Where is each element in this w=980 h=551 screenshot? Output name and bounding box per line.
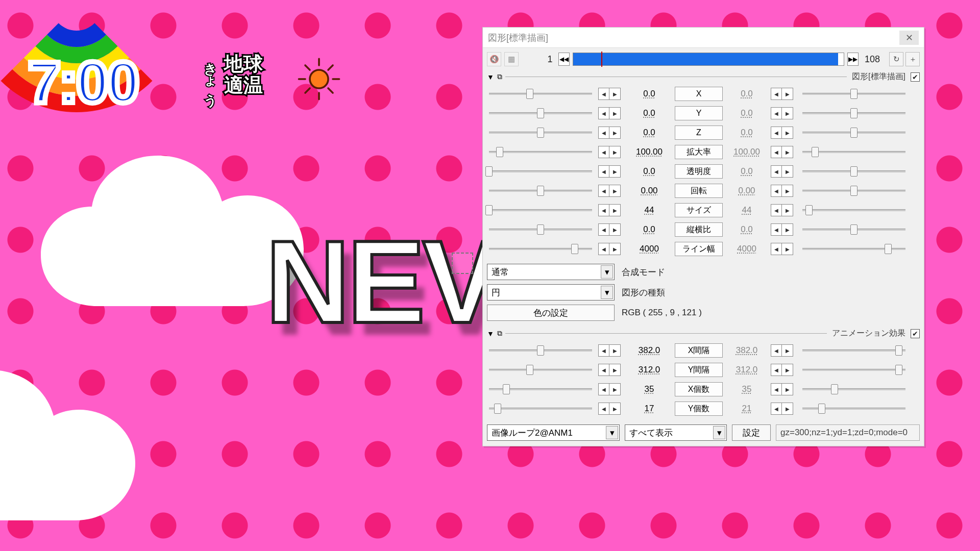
increment-button[interactable]: ▶ (609, 88, 621, 100)
shape-type-select[interactable]: 円 ▾ (487, 284, 615, 300)
nudge-arrows[interactable]: ◀ ▶ (771, 403, 796, 415)
section-header-shape[interactable]: ▼ ⧉ 図形[標準描画] ✔ (483, 70, 924, 83)
close-icon[interactable]: ✕ (899, 31, 919, 45)
param-left-value[interactable]: 100.00 (628, 147, 671, 157)
decrement-button[interactable]: ◀ (771, 383, 782, 395)
decrement-button[interactable]: ◀ (598, 107, 609, 119)
decrement-button[interactable]: ◀ (598, 165, 609, 178)
param-left-value[interactable]: 0.0 (628, 166, 671, 177)
param-left-value[interactable]: 0.0 (628, 108, 671, 118)
color-settings-button[interactable]: 色の設定 (487, 305, 615, 321)
value-slider[interactable] (800, 185, 908, 196)
value-slider[interactable] (487, 224, 594, 235)
decrement-button[interactable]: ◀ (771, 146, 782, 158)
increment-button[interactable]: ▶ (782, 243, 793, 255)
chevron-down-icon[interactable]: ▾ (601, 265, 613, 279)
param-name-button[interactable]: 縦横比 (675, 222, 723, 237)
param-right-value[interactable]: 44 (727, 205, 767, 215)
param-left-value[interactable]: 0.0 (628, 128, 671, 138)
decrement-button[interactable]: ◀ (598, 403, 609, 415)
decrement-button[interactable]: ◀ (771, 88, 782, 100)
value-slider[interactable] (487, 384, 594, 395)
increment-button[interactable]: ▶ (782, 403, 793, 415)
param-left-value[interactable]: 0.00 (628, 186, 671, 196)
nudge-arrows[interactable]: ◀ ▶ (598, 127, 624, 139)
increment-button[interactable]: ▶ (609, 165, 621, 178)
decrement-button[interactable]: ◀ (598, 146, 609, 158)
layer-icon[interactable]: ⧉ (497, 329, 502, 338)
param-left-value[interactable]: 312.0 (628, 365, 671, 375)
layer-icon[interactable]: ⧉ (497, 72, 502, 81)
nudge-arrows[interactable]: ◀ ▶ (771, 364, 796, 376)
param-name-button[interactable]: X (675, 87, 723, 101)
value-slider[interactable] (487, 146, 594, 158)
decrement-button[interactable]: ◀ (598, 204, 609, 216)
decrement-button[interactable]: ◀ (771, 403, 782, 415)
increment-button[interactable]: ▶ (609, 383, 621, 395)
increment-button[interactable]: ▶ (609, 243, 621, 255)
chevron-down-icon[interactable]: ▾ (606, 426, 618, 439)
value-slider[interactable] (487, 345, 594, 356)
increment-button[interactable]: ▶ (609, 204, 621, 216)
value-slider[interactable] (800, 364, 908, 375)
increment-button[interactable]: ▶ (782, 165, 793, 178)
param-right-value[interactable]: 35 (727, 384, 767, 394)
decrement-button[interactable]: ◀ (771, 127, 782, 139)
increment-button[interactable]: ▶ (609, 185, 621, 197)
nudge-arrows[interactable]: ◀ ▶ (598, 165, 624, 178)
nudge-arrows[interactable]: ◀ ▶ (771, 383, 796, 395)
param-name-button[interactable]: Y (675, 106, 723, 120)
param-right-value[interactable]: 21 (727, 404, 767, 414)
increment-button[interactable]: ▶ (609, 146, 621, 158)
param-name-button[interactable]: Y個数 (675, 402, 723, 416)
value-slider[interactable] (800, 146, 908, 158)
nudge-arrows[interactable]: ◀ ▶ (598, 88, 624, 100)
value-slider[interactable] (487, 243, 594, 255)
section-enable-checkbox[interactable]: ✔ (911, 72, 920, 82)
param-right-value[interactable]: 0.00 (727, 186, 767, 196)
nudge-arrows[interactable]: ◀ ▶ (598, 146, 624, 158)
seek-start-button[interactable]: ◀◀ (558, 53, 570, 66)
nudge-arrows[interactable]: ◀ ▶ (598, 243, 624, 255)
nudge-arrows[interactable]: ◀ ▶ (598, 344, 624, 357)
increment-button[interactable]: ▶ (782, 146, 793, 158)
nudge-arrows[interactable]: ◀ ▶ (771, 146, 796, 158)
refresh-icon[interactable]: ↻ (889, 52, 903, 66)
frame-end-value[interactable]: 108 (862, 54, 883, 65)
increment-button[interactable]: ▶ (782, 107, 793, 119)
increment-button[interactable]: ▶ (782, 204, 793, 216)
value-slider[interactable] (487, 205, 594, 216)
increment-button[interactable]: ▶ (609, 344, 621, 357)
settings-button[interactable]: 設定 (732, 424, 771, 441)
nudge-arrows[interactable]: ◀ ▶ (771, 243, 796, 255)
decrement-button[interactable]: ◀ (771, 223, 782, 236)
nudge-arrows[interactable]: ◀ ▶ (771, 165, 796, 178)
param-name-button[interactable]: 回転 (675, 184, 723, 198)
increment-button[interactable]: ▶ (609, 127, 621, 139)
param-name-button[interactable]: ライン幅 (675, 242, 723, 256)
decrement-button[interactable]: ◀ (598, 243, 609, 255)
decrement-button[interactable]: ◀ (771, 185, 782, 197)
decrement-button[interactable]: ◀ (771, 107, 782, 119)
nudge-arrows[interactable]: ◀ ▶ (598, 403, 624, 415)
increment-button[interactable]: ▶ (609, 403, 621, 415)
selection-marquee[interactable] (452, 253, 473, 274)
value-slider[interactable] (800, 205, 908, 216)
nudge-arrows[interactable]: ◀ ▶ (771, 344, 796, 357)
param-right-value[interactable]: 0.0 (727, 89, 767, 99)
param-name-button[interactable]: サイズ (675, 203, 723, 217)
increment-button[interactable]: ▶ (782, 383, 793, 395)
chevron-down-icon[interactable]: ▾ (601, 286, 613, 299)
increment-button[interactable]: ▶ (782, 344, 793, 357)
param-right-value[interactable]: 100.00 (727, 147, 767, 157)
seek-end-button[interactable]: ▶▶ (847, 53, 859, 66)
value-slider[interactable] (800, 384, 908, 395)
nudge-arrows[interactable]: ◀ ▶ (598, 223, 624, 236)
collapse-icon[interactable]: ▼ (487, 73, 494, 81)
param-name-button[interactable]: Y間隔 (675, 363, 723, 377)
value-slider[interactable] (800, 345, 908, 356)
increment-button[interactable]: ▶ (609, 107, 621, 119)
decrement-button[interactable]: ◀ (771, 344, 782, 357)
frame-start-value[interactable]: 1 (538, 54, 555, 65)
section-enable-checkbox[interactable]: ✔ (911, 329, 920, 338)
